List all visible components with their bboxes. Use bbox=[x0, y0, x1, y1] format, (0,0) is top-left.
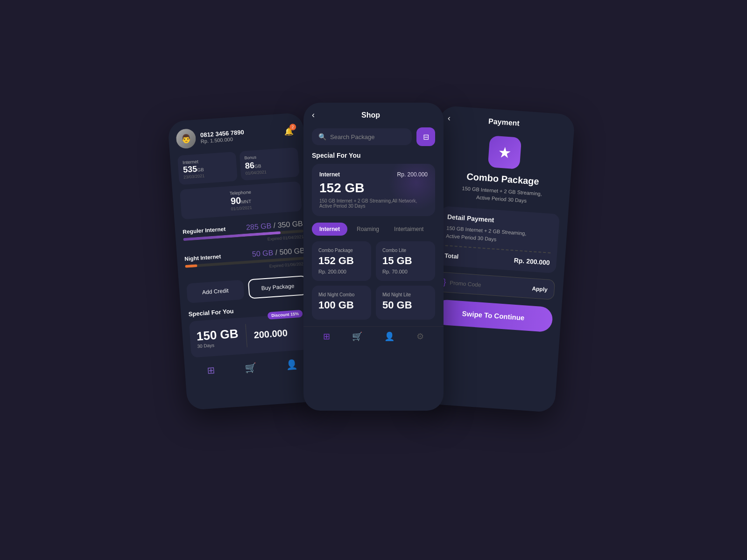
special-gb-block: 150 GB 30 Days bbox=[196, 326, 239, 349]
search-row: 🔍 Search Package ⊟ bbox=[303, 125, 444, 152]
featured-desc: 150 GB Internet + 2 GB Streaming,All Net… bbox=[319, 198, 428, 209]
special-section: Special For You Discount 15% 150 GB 30 D… bbox=[181, 298, 319, 358]
special-card: Discount 15% 150 GB 30 Days 200.000 bbox=[189, 313, 312, 358]
pkg-combo-lite[interactable]: Combo Lite 15 GB Rp. 70.000 bbox=[376, 241, 435, 281]
total-label: Total bbox=[444, 252, 459, 260]
cnav-cart-icon[interactable]: 🛒 bbox=[352, 331, 362, 342]
telephone-unit: MNT bbox=[241, 199, 251, 204]
star-icon-wrap: ★ bbox=[488, 135, 522, 169]
bonus-card: Bonus 86GB 01/04/2021 bbox=[240, 147, 300, 181]
total-value: Rp. 200.000 bbox=[514, 257, 550, 266]
night-total-val: 500 GB bbox=[279, 246, 305, 256]
bonus-value: 86 bbox=[245, 161, 254, 170]
featured-top: Internet Rp. 200.000 bbox=[319, 171, 428, 178]
user-details: 0812 3456 7890 Rp. 1.500.000 bbox=[200, 128, 245, 144]
payment-divider bbox=[445, 245, 551, 253]
swipe-button[interactable]: Swipe To Continue bbox=[433, 299, 553, 333]
user-info: 👨 0812 3456 7890 Rp. 1.500.000 bbox=[176, 125, 245, 149]
nav-home-icon[interactable]: ⊞ bbox=[207, 364, 216, 376]
regular-used: 285 GB bbox=[246, 222, 271, 231]
add-credit-button[interactable]: Add Credit bbox=[186, 280, 245, 303]
phones-container: 👨 0812 3456 7890 Rp. 1.500.000 🔔 2 Inter… bbox=[163, 70, 584, 490]
filter-icon: ⊟ bbox=[423, 133, 429, 141]
regular-total-val: 350 GB bbox=[277, 219, 303, 229]
total-row: Total Rp. 200.000 bbox=[444, 252, 550, 266]
nav-contact-icon[interactable]: 👤 bbox=[286, 359, 298, 371]
package-grid: Combo Package 152 GB Rp. 200.000 Combo L… bbox=[303, 241, 444, 326]
search-placeholder: Search Package bbox=[330, 133, 374, 140]
special-gb: 150 GB bbox=[196, 326, 239, 343]
cnav-settings-icon[interactable]: ⚙ bbox=[416, 331, 424, 342]
nav-cart-icon[interactable]: 🛒 bbox=[245, 362, 257, 374]
pkg-midnight-combo-gb: 100 GB bbox=[318, 299, 365, 311]
cnav-home-icon[interactable]: ⊞ bbox=[323, 331, 330, 342]
center-back-button[interactable]: ‹ bbox=[312, 110, 315, 120]
combo-title: Combo Package bbox=[466, 171, 540, 187]
notification-badge: 2 bbox=[289, 124, 296, 131]
combo-desc: 150 GB Internet + 2 GB Streaming,Active … bbox=[461, 184, 542, 205]
internet-unit: GB bbox=[197, 167, 204, 173]
internet-value: 535 bbox=[183, 164, 197, 175]
notification-icon[interactable]: 🔔 2 bbox=[281, 124, 297, 140]
pkg-midnight-lite[interactable]: Mid Night Lite 50 GB bbox=[376, 286, 435, 320]
detail-payment-section: Detail Payment 150 GB Internet + 2 GB St… bbox=[437, 206, 560, 273]
tab-roaming[interactable]: Roaming bbox=[351, 223, 385, 236]
avatar-image: 👨 bbox=[176, 128, 197, 149]
pkg-combo-price: Rp. 200.000 bbox=[318, 269, 365, 274]
featured-card[interactable]: Internet Rp. 200.000 152 GB 150 GB Inter… bbox=[312, 164, 435, 216]
pkg-midnight-lite-gb: 50 GB bbox=[382, 299, 429, 311]
night-internet-label: Night Internet bbox=[184, 253, 221, 262]
telephone-value: 90 bbox=[230, 195, 241, 206]
featured-gb: 152 GB bbox=[319, 181, 428, 196]
regular-total: / bbox=[271, 221, 278, 230]
tab-internet[interactable]: Internet bbox=[312, 223, 347, 236]
avatar: 👨 bbox=[176, 128, 197, 149]
night-used: 50 GB bbox=[252, 249, 273, 258]
payment-title: Payment bbox=[450, 114, 558, 130]
featured-price: Rp. 200.000 bbox=[397, 171, 428, 178]
pkg-midnight-combo[interactable]: Mid Night Combo 100 GB bbox=[312, 286, 371, 320]
phone-center: ‹ Shop 🔍 Search Package ⊟ Special For Yo… bbox=[303, 103, 444, 411]
apply-button[interactable]: Apply bbox=[532, 285, 548, 293]
regular-internet-label: Reguler Internet bbox=[183, 226, 226, 235]
pkg-combo-lite-gb: 15 GB bbox=[382, 255, 429, 267]
swipe-text: Swipe To Continue bbox=[462, 309, 525, 322]
phone-left: 👨 0812 3456 7890 Rp. 1.500.000 🔔 2 Inter… bbox=[168, 112, 323, 411]
featured-type: Internet bbox=[319, 171, 340, 178]
pkg-combo-name: Combo Package bbox=[318, 248, 365, 253]
tabs-row: Internet Roaming Intertaiment bbox=[303, 223, 444, 241]
telephone-date: 01/10/2021 bbox=[231, 205, 252, 211]
combo-hero: ★ Combo Package 150 GB Internet + 2 GB S… bbox=[433, 127, 574, 215]
cnav-contact-icon[interactable]: 👤 bbox=[384, 331, 395, 342]
center-bottom-nav: ⊞ 🛒 👤 ⚙ bbox=[303, 326, 444, 345]
center-top-bar: ‹ Shop bbox=[303, 103, 444, 125]
pkg-midnight-combo-name: Mid Night Combo bbox=[318, 292, 365, 297]
buy-package-button[interactable]: Buy Package bbox=[248, 275, 308, 299]
pkg-combo-lite-name: Combo Lite bbox=[382, 248, 429, 253]
special-price: 200.000 bbox=[254, 328, 288, 341]
detail-desc: 150 GB Internet + 2 GB Streaming,Active … bbox=[446, 224, 552, 247]
pkg-combo-gb: 152 GB bbox=[318, 255, 365, 267]
center-title: Shop bbox=[361, 111, 380, 119]
search-icon: 🔍 bbox=[318, 133, 326, 140]
divider bbox=[245, 324, 247, 347]
internet-card: Internet 535GB 23/03/2021 bbox=[177, 152, 238, 185]
search-box[interactable]: 🔍 Search Package bbox=[312, 128, 412, 145]
pkg-midnight-lite-name: Mid Night Lite bbox=[382, 292, 429, 297]
promo-input[interactable]: Promo Code bbox=[450, 280, 529, 292]
bonus-unit: GB bbox=[254, 163, 261, 169]
pkg-combo[interactable]: Combo Package 152 GB Rp. 200.000 bbox=[312, 241, 371, 281]
filter-button[interactable]: ⊟ bbox=[416, 127, 435, 146]
tab-intertaiment[interactable]: Intertaiment bbox=[388, 223, 429, 236]
promo-row: } Promo Code Apply bbox=[436, 272, 555, 300]
center-special-title: Special For You bbox=[303, 152, 444, 164]
night-fill bbox=[185, 264, 197, 268]
star-icon: ★ bbox=[497, 143, 512, 162]
pkg-combo-lite-price: Rp. 70.000 bbox=[382, 269, 429, 274]
